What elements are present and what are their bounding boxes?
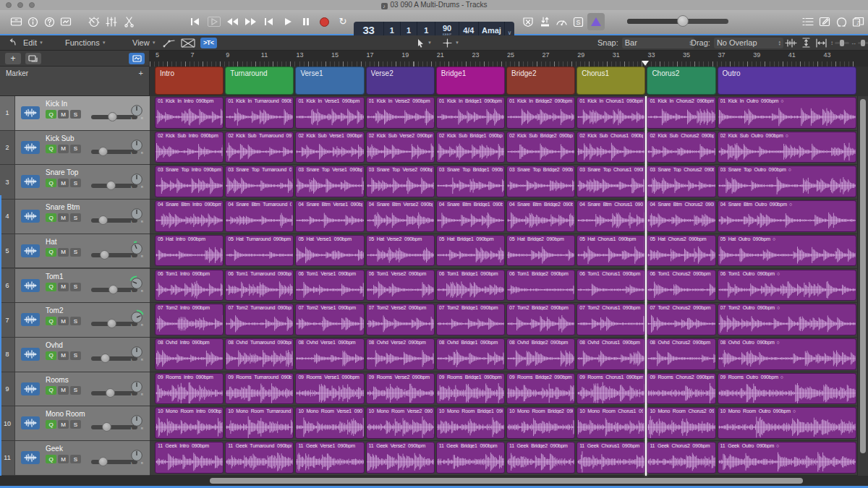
region-03_snare_top-chorus1[interactable]: 03_Snare_Top_Chorus1_090bpm bbox=[576, 166, 645, 197]
pause-button[interactable] bbox=[297, 14, 315, 30]
track-header-08_ovhd[interactable]: 8OvhdQMS L R bbox=[0, 338, 150, 372]
freeze-quantize-button[interactable]: Q bbox=[46, 110, 56, 119]
region-04_snare_btm-verse1[interactable]: 04_Snare_Btm_Verse1_090bpm bbox=[295, 200, 364, 232]
volume-thumb[interactable] bbox=[102, 422, 111, 432]
solo-button[interactable]: S bbox=[70, 351, 81, 360]
marker-verse1[interactable]: Verse1 bbox=[295, 67, 364, 95]
region-01_kick_in-chorus2[interactable]: 01_Kick_In_Chorus2_090bpm bbox=[647, 97, 715, 129]
marker-bridge1[interactable]: Bridge1 bbox=[436, 67, 505, 95]
freeze-quantize-button[interactable]: Q bbox=[46, 179, 56, 187]
secondary-tool-menu[interactable]: ▼ bbox=[443, 35, 459, 50]
volume-thumb[interactable] bbox=[101, 354, 110, 363]
vertical-scrollbar[interactable] bbox=[857, 96, 868, 476]
region-11_geek-chorus1[interactable]: 11_Geek_Chorus1_090bpm bbox=[576, 442, 645, 474]
region-06_tom1-bridge2[interactable]: 06_Tom1_Bridge2_090bpm bbox=[506, 270, 575, 301]
region-02_kick_sub-chorus1[interactable]: 02_Kick_Sub_Chorus1_090bpm bbox=[576, 132, 645, 163]
pan-knob[interactable]: L R bbox=[129, 137, 145, 158]
menu-functions[interactable]: Functions▼ bbox=[65, 35, 106, 50]
region-05_hat-bridge2[interactable]: 05_Hat_Bridge2_090bpm bbox=[506, 235, 575, 267]
region-07_tom2-bridge2[interactable]: 07_Tom2_Bridge2_090bpm bbox=[506, 304, 575, 335]
mute-button[interactable]: M bbox=[58, 248, 69, 257]
catch-playhead-button[interactable]: >T< bbox=[200, 35, 217, 50]
region-06_tom1-verse2[interactable]: 06_Tom1_Verse2_090bpm bbox=[366, 270, 435, 301]
region-09_rooms-outro[interactable]: 09_Rooms_Outro_090bpm○ bbox=[718, 373, 856, 405]
stop-button[interactable] bbox=[260, 14, 278, 30]
region-02_kick_sub-chorus2[interactable]: 02_Kick_Sub_Chorus2_090bpm bbox=[647, 132, 715, 163]
smart-controls-icon[interactable] bbox=[85, 14, 103, 30]
region-07_tom2-intro[interactable]: 07_Tom2_Intro_090bpm bbox=[155, 304, 224, 335]
region-08_ovhd-verse2[interactable]: 08_Ovhd_Verse2_090bpm bbox=[366, 338, 435, 370]
region-09_rooms-verse2[interactable]: 09_Rooms_Verse2_090bpm bbox=[366, 373, 435, 405]
volume-thumb[interactable] bbox=[98, 147, 108, 156]
region-01_kick_in-bridge2[interactable]: 01_Kick_In_Bridge2_090bpm bbox=[506, 97, 575, 129]
region-03_snare_top-bridge2[interactable]: 03_Snare_Top_Bridge2_090bpm bbox=[506, 166, 575, 197]
track-header-05_hat[interactable]: 5HatQMS L R bbox=[0, 234, 150, 269]
crossfade-icon[interactable] bbox=[181, 35, 195, 50]
metronome-button[interactable] bbox=[587, 13, 605, 30]
region-06_tom1-intro[interactable]: 06_Tom1_Intro_090bpm bbox=[155, 270, 224, 301]
solo-button[interactable]: S bbox=[70, 145, 81, 153]
region-02_kick_sub-verse2[interactable]: 02_Kick_Sub_Verse2_090bpm bbox=[366, 132, 435, 163]
region-04_snare_btm-chorus2[interactable]: 04_Snare_Btm_Chorus2_090bpm bbox=[647, 200, 715, 232]
region-11_geek-chorus2[interactable]: 11_Geek_Chorus2_090bpm bbox=[647, 442, 715, 474]
vertical-zoom-slider[interactable]: ↕ bbox=[830, 35, 849, 50]
marker-bridge2[interactable]: Bridge2 bbox=[506, 67, 575, 95]
region-08_ovhd-chorus1[interactable]: 08_Ovhd_Chorus1_090bpm bbox=[576, 338, 645, 370]
waveform-zoom-button[interactable] bbox=[785, 35, 797, 50]
region-02_kick_sub-outro[interactable]: 02_Kick_Sub_Outro_090bpm○ bbox=[718, 132, 856, 163]
volume-thumb[interactable] bbox=[100, 250, 109, 260]
pan-knob[interactable]: L R bbox=[129, 241, 145, 261]
horizontal-scrollbar[interactable] bbox=[0, 476, 868, 486]
track-name[interactable]: Geek bbox=[46, 445, 63, 453]
menu-view[interactable]: View▼ bbox=[132, 35, 156, 50]
freeze-quantize-button[interactable]: Q bbox=[46, 213, 56, 222]
track-name[interactable]: Tom2 bbox=[46, 307, 63, 314]
library-icon[interactable] bbox=[7, 14, 25, 30]
region-11_geek-outro[interactable]: 11_Geek_Outro_090bpm○ bbox=[718, 442, 856, 474]
volume-thumb[interactable] bbox=[108, 112, 117, 121]
region-07_tom2-turnaround[interactable]: 07_Tom2_Turnaround_090bpm bbox=[225, 304, 294, 335]
marker-chorus1[interactable]: Chorus1 bbox=[576, 67, 645, 95]
region-01_kick_in-bridge1[interactable]: 01_Kick_In_Bridge1_090bpm bbox=[436, 97, 505, 129]
region-03_snare_top-verse2[interactable]: 03_Snare_Top_Verse2_090bpm bbox=[366, 166, 435, 197]
region-01_kick_in-turnaround[interactable]: 01_Kick_In_Turnaround_090bpm bbox=[225, 97, 294, 129]
inspector-icon[interactable] bbox=[24, 14, 41, 30]
region-03_snare_top-turnaround[interactable]: 03_Snare_Top_Turnaround_090bpm bbox=[225, 166, 294, 197]
volume-thumb[interactable] bbox=[98, 215, 108, 225]
low-latency-icon[interactable] bbox=[519, 14, 537, 30]
pan-knob[interactable]: L R bbox=[129, 344, 145, 364]
region-05_hat-verse1[interactable]: 05_Hat_Verse1_090bpm bbox=[295, 235, 364, 267]
region-11_geek-bridge1[interactable]: 11_Geek_Bridge1_090bpm bbox=[436, 442, 505, 474]
global-tracks-button[interactable] bbox=[129, 53, 145, 64]
capture-recording-icon[interactable] bbox=[7, 35, 17, 50]
mute-button[interactable]: M bbox=[58, 179, 69, 187]
track-name[interactable]: Mono Room bbox=[46, 410, 85, 418]
region-02_kick_sub-verse1[interactable]: 02_Kick_Sub_Verse1_090bpm bbox=[295, 132, 364, 163]
region-06_tom1-verse1[interactable]: 06_Tom1_Verse1_090bpm bbox=[295, 270, 364, 301]
region-05_hat-bridge1[interactable]: 05_Hat_Bridge1_090bpm bbox=[436, 235, 505, 267]
region-03_snare_top-outro[interactable]: 03_Snare_Top_Outro_090bpm○ bbox=[718, 166, 856, 197]
solo-button[interactable]: S bbox=[70, 248, 81, 257]
record-button[interactable] bbox=[316, 14, 333, 30]
region-08_ovhd-intro[interactable]: 08_Ovhd_Intro_090bpm bbox=[155, 338, 224, 370]
freeze-quantize-button[interactable]: Q bbox=[46, 283, 56, 291]
region-06_tom1-turnaround[interactable]: 06_Tom1_Turnaround_090bpm bbox=[225, 270, 294, 301]
pan-knob[interactable]: L R bbox=[129, 171, 145, 192]
region-06_tom1-bridge1[interactable]: 06_Tom1_Bridge1_090bpm bbox=[436, 270, 505, 301]
menu-edit[interactable]: Edit▼ bbox=[23, 35, 43, 50]
solo-button[interactable]: S bbox=[70, 110, 81, 119]
marker-chorus2[interactable]: Chorus2 bbox=[647, 67, 715, 95]
solo-button[interactable]: S bbox=[70, 455, 81, 463]
vertical-zoom-button[interactable] bbox=[801, 35, 811, 50]
volume-thumb[interactable] bbox=[106, 388, 115, 398]
region-04_snare_btm-bridge2[interactable]: 04_Snare_Btm_Bridge2_090bpm bbox=[506, 200, 575, 232]
region-04_snare_btm-verse2[interactable]: 04_Snare_Btm_Verse2_090bpm bbox=[366, 200, 435, 232]
list-editors-icon[interactable] bbox=[799, 14, 817, 30]
cycle-button[interactable]: ↻ bbox=[334, 14, 352, 30]
fast-forward-button[interactable] bbox=[242, 14, 260, 30]
tuner-icon[interactable] bbox=[553, 14, 570, 30]
track-header-03_snare_top[interactable]: 3Snare TopQMS L R bbox=[0, 165, 150, 200]
track-name[interactable]: Kick Sub bbox=[46, 134, 74, 142]
region-03_snare_top-verse1[interactable]: 03_Snare_Top_Verse1_090bpm bbox=[295, 166, 364, 197]
region-04_snare_btm-chorus1[interactable]: 04_Snare_Btm_Chorus1_090bpm bbox=[576, 200, 645, 232]
